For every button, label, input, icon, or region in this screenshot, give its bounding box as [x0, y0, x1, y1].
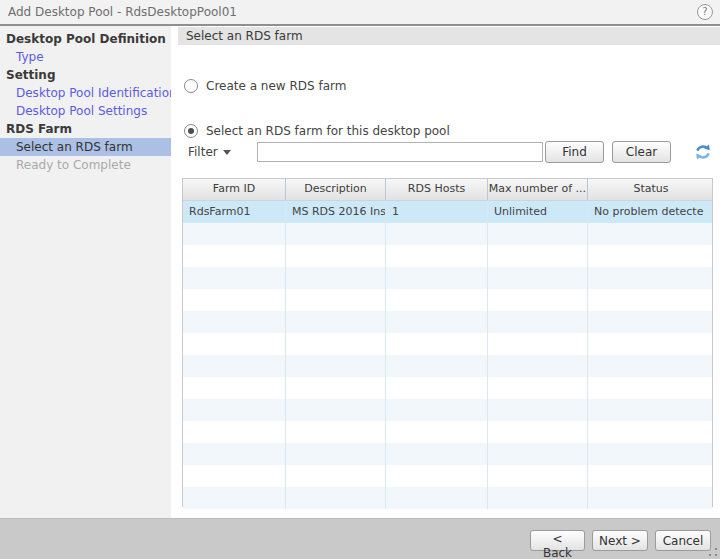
- table-cell-empty: [286, 333, 386, 355]
- table-empty-row[interactable]: [183, 245, 712, 267]
- table-empty-row[interactable]: [183, 289, 712, 311]
- table-cell-empty: [588, 223, 714, 245]
- find-button[interactable]: Find: [545, 141, 604, 163]
- table-cell-empty: [286, 245, 386, 267]
- table-cell-empty: [183, 333, 286, 355]
- column-header[interactable]: Farm ID: [183, 179, 286, 200]
- table-empty-row[interactable]: [183, 333, 712, 355]
- table-cell-empty: [588, 465, 714, 487]
- table-cell-empty: [183, 289, 286, 311]
- section-title: Select an RDS farm: [178, 27, 720, 45]
- table-empty-row[interactable]: [183, 355, 712, 377]
- table-cell-empty: [286, 421, 386, 443]
- table-cell-empty: [488, 289, 588, 311]
- table-cell-empty: [588, 333, 714, 355]
- sidebar-header-setting: Setting: [0, 66, 171, 84]
- table-empty-row[interactable]: [183, 267, 712, 289]
- table-empty-row[interactable]: [183, 223, 712, 245]
- table-cell-empty: [488, 333, 588, 355]
- table-cell-empty: [386, 399, 488, 421]
- main-panel: Select an RDS farm Create a new RDS farm…: [178, 26, 720, 518]
- table-cell-empty: [386, 333, 488, 355]
- filter-label: Filter: [188, 145, 218, 159]
- sidebar-item-select-an-rds-farm[interactable]: Select an RDS farm: [0, 138, 171, 156]
- table-cell-empty: [386, 421, 488, 443]
- table-cell-empty: [386, 443, 488, 465]
- table-cell-empty: [286, 399, 386, 421]
- sidebar-item-desktop-pool-settings[interactable]: Desktop Pool Settings: [0, 102, 171, 120]
- table-cell: MS RDS 2016 Insta: [286, 201, 386, 223]
- sidebar-header-desktop-pool-definition: Desktop Pool Definition: [0, 30, 171, 48]
- table-cell-empty: [386, 245, 488, 267]
- table-cell-empty: [286, 289, 386, 311]
- table-cell-empty: [183, 487, 286, 509]
- table-cell-empty: [286, 465, 386, 487]
- radio-button-selected[interactable]: [184, 124, 198, 138]
- rds-farm-table: Farm IDDescriptionRDS HostsMax number of…: [182, 178, 713, 507]
- table-cell-empty: [183, 223, 286, 245]
- chevron-down-icon: [223, 150, 231, 155]
- table-cell-empty: [588, 443, 714, 465]
- radio-select-rds-farm[interactable]: Select an RDS farm for this desktop pool: [184, 123, 450, 139]
- table-cell-empty: [488, 399, 588, 421]
- table-empty-row[interactable]: [183, 443, 712, 465]
- wizard-sidebar: Desktop Pool Definition Type Setting Des…: [0, 26, 171, 518]
- resize-grip-icon[interactable]: [708, 547, 718, 557]
- table-cell-empty: [286, 377, 386, 399]
- table-cell-empty: [488, 465, 588, 487]
- cancel-button[interactable]: Cancel: [655, 530, 711, 551]
- table-cell-empty: [588, 245, 714, 267]
- table-body: RdsFarm01MS RDS 2016 Insta1UnlimitedNo p…: [183, 201, 712, 509]
- table-cell-empty: [488, 311, 588, 333]
- next-button[interactable]: Next >: [592, 530, 648, 551]
- table-empty-row[interactable]: [183, 377, 712, 399]
- table-cell-empty: [183, 443, 286, 465]
- table-empty-row[interactable]: [183, 421, 712, 443]
- refresh-icon[interactable]: [694, 143, 712, 161]
- table-cell-empty: [588, 289, 714, 311]
- sidebar-header-rds-farm: RDS Farm: [0, 120, 171, 138]
- table-cell-empty: [183, 465, 286, 487]
- table-empty-row[interactable]: [183, 465, 712, 487]
- table-cell-empty: [386, 267, 488, 289]
- table-cell-empty: [488, 355, 588, 377]
- radio-label: Select an RDS farm for this desktop pool: [206, 124, 450, 138]
- filter-dropdown[interactable]: Filter: [188, 145, 231, 159]
- table-cell: RdsFarm01: [183, 201, 286, 223]
- filter-toolbar: Filter Find Clear: [178, 140, 720, 166]
- table-cell-empty: [286, 311, 386, 333]
- table-cell-empty: [588, 487, 714, 509]
- table-cell-empty: [588, 377, 714, 399]
- table-cell-empty: [488, 487, 588, 509]
- table-cell: 1: [386, 201, 488, 223]
- table-cell-empty: [183, 311, 286, 333]
- table-cell-empty: [588, 399, 714, 421]
- radio-button-unselected[interactable]: [184, 79, 198, 93]
- back-button[interactable]: < Back: [530, 530, 585, 551]
- table-cell-empty: [183, 355, 286, 377]
- column-header[interactable]: Status: [588, 179, 714, 200]
- column-header[interactable]: Description: [286, 179, 386, 200]
- sidebar-item-desktop-pool-identification[interactable]: Desktop Pool Identification: [0, 84, 171, 102]
- table-empty-row[interactable]: [183, 311, 712, 333]
- column-header[interactable]: RDS Hosts: [386, 179, 488, 200]
- clear-button[interactable]: Clear: [612, 141, 671, 163]
- table-cell-empty: [183, 267, 286, 289]
- radio-create-new-rds-farm[interactable]: Create a new RDS farm: [184, 78, 346, 94]
- table-empty-row[interactable]: [183, 399, 712, 421]
- filter-input[interactable]: [257, 142, 543, 162]
- table-cell-empty: [286, 443, 386, 465]
- table-cell-empty: [183, 377, 286, 399]
- table-empty-row[interactable]: [183, 487, 712, 509]
- table-cell-empty: [386, 465, 488, 487]
- table-cell-empty: [183, 245, 286, 267]
- help-icon[interactable]: ?: [697, 4, 713, 20]
- table-cell-empty: [286, 223, 386, 245]
- table-cell-empty: [386, 487, 488, 509]
- table-cell-empty: [386, 311, 488, 333]
- table-cell-empty: [588, 355, 714, 377]
- table-row[interactable]: RdsFarm01MS RDS 2016 Insta1UnlimitedNo p…: [183, 201, 712, 223]
- sidebar-item-type[interactable]: Type: [0, 48, 171, 66]
- column-header[interactable]: Max number of ...: [488, 179, 588, 200]
- table-cell-empty: [488, 421, 588, 443]
